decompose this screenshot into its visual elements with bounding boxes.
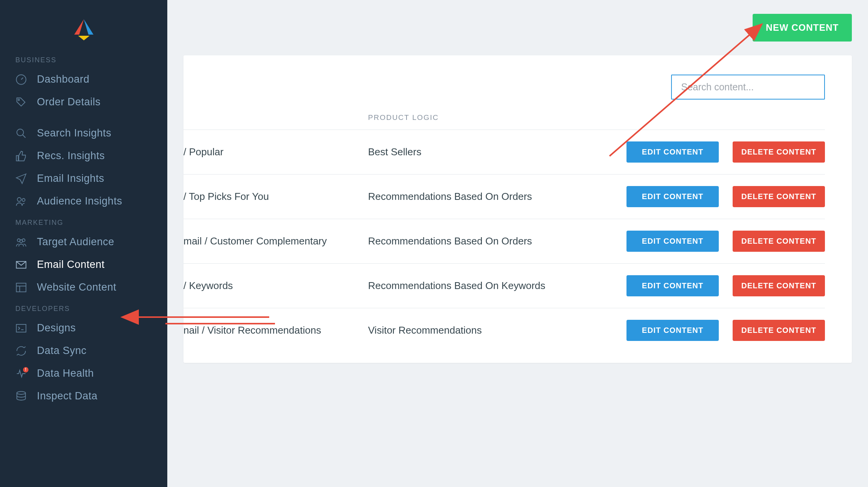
sidebar-item-search-insights[interactable]: Search Insights — [0, 122, 167, 145]
sidebar-item-label: Designs — [37, 322, 76, 334]
svg-point-9 — [17, 198, 21, 201]
pulse-icon: ! — [15, 368, 27, 379]
cell-name: / Top Picks For You — [183, 191, 368, 203]
table-row: nail / Visitor Recommendations Visitor R… — [183, 308, 825, 352]
svg-marker-2 — [78, 36, 90, 40]
thumbs-up-icon — [15, 150, 27, 162]
sidebar-item-website-content[interactable]: Website Content — [0, 276, 167, 299]
sidebar: BUSINESS Dashboard Order Details Search … — [0, 0, 167, 487]
sidebar-item-label: Website Content — [37, 281, 117, 293]
svg-point-10 — [22, 198, 25, 201]
svg-rect-18 — [17, 324, 26, 332]
sidebar-item-label: Search Insights — [37, 127, 112, 139]
table-row: / Keywords Recommendations Based On Keyw… — [183, 263, 825, 308]
sidebar-item-label: Dashboard — [37, 73, 90, 85]
sidebar-item-label: Inspect Data — [37, 390, 98, 402]
sidebar-item-inspect-data[interactable]: Inspect Data — [0, 385, 167, 407]
cell-logic: Recommendations Based On Keywords — [368, 280, 606, 292]
table-row: mail / Customer Complementary Recommenda… — [183, 219, 825, 263]
cell-logic: Recommendations Based On Orders — [368, 191, 606, 203]
cell-name: / Popular — [183, 146, 368, 158]
cell-name: mail / Customer Complementary — [183, 235, 368, 247]
svg-point-20 — [17, 391, 26, 394]
table-row: / Top Picks For You Recommendations Base… — [183, 174, 825, 219]
edit-content-button[interactable]: EDIT CONTENT — [626, 320, 719, 341]
cell-logic: Best Sellers — [368, 146, 606, 158]
content-card: PRODUCT LOGIC / Popular Best Sellers EDI… — [183, 55, 852, 363]
sidebar-item-label: Email Insights — [37, 173, 104, 184]
delete-content-button[interactable]: DELETE CONTENT — [733, 231, 825, 252]
main-content: NEW CONTENT PRODUCT LOGIC / Popular Best… — [167, 0, 868, 487]
layout-icon — [15, 282, 27, 293]
sidebar-item-email-content[interactable]: Email Content — [0, 253, 167, 276]
app-logo — [0, 8, 167, 50]
tag-icon — [15, 96, 27, 108]
column-header-logic: PRODUCT LOGIC — [368, 113, 606, 122]
sidebar-item-recs-insights[interactable]: Recs. Insights — [0, 145, 167, 167]
sidebar-item-email-insights[interactable]: Email Insights — [0, 167, 167, 190]
sync-icon — [15, 345, 27, 357]
table-header: PRODUCT LOGIC — [183, 100, 825, 130]
sidebar-item-label: Target Audience — [37, 236, 114, 248]
svg-point-6 — [17, 129, 24, 136]
sidebar-item-label: Order Details — [37, 96, 101, 108]
sidebar-item-label: Audience Insights — [37, 195, 122, 207]
envelope-icon — [15, 259, 27, 271]
terminal-icon — [15, 322, 27, 334]
cell-logic: Visitor Recommendations — [368, 324, 606, 336]
svg-marker-1 — [74, 19, 84, 35]
cell-name: nail / Visitor Recommendations — [183, 324, 368, 336]
edit-content-button[interactable]: EDIT CONTENT — [626, 186, 719, 207]
sidebar-item-target-audience[interactable]: Target Audience — [0, 231, 167, 253]
edit-content-button[interactable]: EDIT CONTENT — [626, 141, 719, 163]
new-content-button[interactable]: NEW CONTENT — [753, 14, 852, 42]
sidebar-item-label: Data Sync — [37, 345, 87, 357]
delete-content-button[interactable]: DELETE CONTENT — [733, 186, 825, 207]
paper-plane-icon — [15, 173, 27, 184]
table-row: / Popular Best Sellers EDIT CONTENT DELE… — [183, 130, 825, 174]
search-icon — [15, 128, 27, 139]
svg-line-4 — [21, 78, 23, 80]
cell-name: / Keywords — [183, 280, 368, 292]
alert-badge: ! — [22, 366, 29, 373]
database-icon — [15, 391, 27, 402]
edit-content-button[interactable]: EDIT CONTENT — [626, 231, 719, 252]
delete-content-button[interactable]: DELETE CONTENT — [733, 320, 825, 341]
sidebar-item-audience-insights[interactable]: Audience Insights — [0, 190, 167, 213]
sidebar-item-label: Data Health — [37, 367, 94, 379]
svg-marker-0 — [84, 19, 93, 35]
edit-content-button[interactable]: EDIT CONTENT — [626, 275, 719, 296]
gauge-icon — [15, 74, 27, 85]
delete-content-button[interactable]: DELETE CONTENT — [733, 275, 825, 296]
section-title-marketing: MARKETING — [0, 213, 167, 231]
topbar: NEW CONTENT — [167, 0, 868, 55]
group-icon — [15, 236, 27, 248]
svg-rect-8 — [17, 155, 18, 161]
sidebar-item-order-details[interactable]: Order Details — [0, 91, 167, 113]
section-title-business: BUSINESS — [0, 50, 167, 68]
cell-logic: Recommendations Based On Orders — [368, 235, 606, 247]
section-title-developers: DEVELOPERS — [0, 299, 167, 317]
delete-content-button[interactable]: DELETE CONTENT — [733, 141, 825, 163]
sidebar-item-label: Email Content — [37, 259, 105, 271]
svg-rect-15 — [17, 283, 26, 292]
sidebar-item-label: Recs. Insights — [37, 150, 105, 162]
sidebar-item-designs[interactable]: Designs — [0, 317, 167, 339]
sidebar-item-data-health[interactable]: ! Data Health — [0, 362, 167, 385]
svg-line-7 — [23, 135, 26, 138]
users-icon — [15, 196, 27, 207]
sidebar-item-dashboard[interactable]: Dashboard — [0, 68, 167, 91]
search-input[interactable] — [671, 75, 825, 100]
svg-point-5 — [18, 99, 20, 100]
sidebar-item-data-sync[interactable]: Data Sync — [0, 339, 167, 362]
